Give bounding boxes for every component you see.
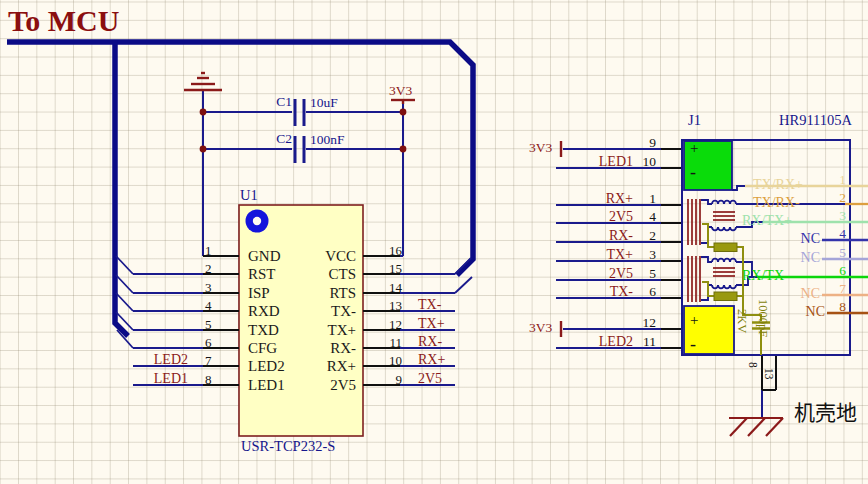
- capacitor-c2[interactable]: [295, 136, 304, 163]
- power-label-3v3-j1a[interactable]: 3V3: [529, 141, 552, 155]
- j1-pin-num-11: 11: [616, 335, 656, 349]
- j1-label-nc-5[interactable]: NC: [790, 251, 820, 266]
- u1-pin-name-2v5: 2V5: [300, 378, 356, 394]
- j1-pin-num-12: 12: [616, 316, 656, 330]
- power-bar-3v3-top[interactable]: [391, 100, 415, 104]
- net-label-2v5[interactable]: 2V5: [418, 372, 442, 387]
- j1-label-rxtx-plus[interactable]: RX/TX+: [742, 214, 792, 229]
- j1-pin-num-10: 10: [616, 155, 656, 169]
- j1-resistor-1: [714, 243, 737, 252]
- u1-pin-name-rst: RST: [248, 267, 276, 283]
- j1-pin-num-4: 4: [616, 210, 656, 224]
- u1-pin-num-7: 7: [205, 354, 212, 368]
- j1-rj45-num-5: 5: [816, 246, 846, 260]
- u1-pin-name-gnd: GND: [248, 249, 281, 265]
- chassis-ground-label: 机壳地: [794, 402, 857, 424]
- j1-label-txrx-plus[interactable]: TX/RX+: [753, 178, 803, 193]
- wires[interactable]: [133, 90, 762, 417]
- net-label-tx-minus[interactable]: TX-: [418, 298, 441, 313]
- u1-pin-name-led1: LED1: [248, 378, 285, 394]
- j1-rj45-num-7: 7: [816, 282, 846, 296]
- u1-pin-num-15: 15: [368, 262, 402, 276]
- u1-pin-num-5: 5: [205, 318, 212, 332]
- capacitor-c1[interactable]: [295, 99, 304, 126]
- j1-label-rxtx-minus[interactable]: RX/TX-: [742, 269, 789, 284]
- j1-pin-num-3: 3: [616, 248, 656, 262]
- net-label-led1[interactable]: LED1: [148, 372, 188, 387]
- green-led-plus: +: [690, 141, 698, 157]
- j1-pin-num-2: 2: [616, 229, 656, 243]
- u1-pin-num-14: 14: [368, 281, 402, 295]
- u1-pin-num-9: 9: [368, 373, 402, 387]
- u1-pin-name-txm: TX-: [300, 304, 356, 320]
- j1-label-txrx-minus[interactable]: TX/RX-: [753, 196, 800, 211]
- j1-pin-num-9: 9: [616, 136, 656, 150]
- u1-pin-num-12: 12: [368, 318, 402, 332]
- chassis-ground-symbol[interactable]: [729, 418, 783, 436]
- j1-label-nc-7[interactable]: NC: [790, 287, 820, 302]
- u1-pin-num-10: 10: [368, 354, 402, 368]
- j1-comment[interactable]: HR911105A: [779, 113, 852, 128]
- j1-shield-pin-a: 8: [747, 362, 759, 368]
- u1-pin-num-8: 8: [205, 373, 212, 387]
- j1-rj45-num-6: 6: [816, 264, 846, 278]
- j1-pin-num-6: 6: [616, 285, 656, 299]
- j1-designator[interactable]: J1: [688, 113, 701, 128]
- u1-pin-num-16: 16: [368, 244, 402, 258]
- net-label-rx-minus[interactable]: RX-: [418, 335, 442, 350]
- u1-pin-name-rxm: RX-: [300, 341, 356, 357]
- hv-cap-value[interactable]: 1000pF: [756, 299, 769, 337]
- u1-pin-name-led2: LED2: [248, 359, 285, 375]
- j1-resistor-2: [714, 292, 737, 301]
- u1-pin-name-txp: TX+: [300, 323, 356, 339]
- u1-pin-name-txd: TXD: [248, 323, 279, 339]
- c2-designator[interactable]: C2: [268, 132, 292, 146]
- net-label-tx-plus[interactable]: TX+: [418, 317, 445, 332]
- net-label-rx-plus[interactable]: RX+: [418, 353, 445, 368]
- u1-pin-name-rxp: RX+: [300, 359, 356, 375]
- u1-pin-num-13: 13: [368, 299, 402, 313]
- hv-cap-rating[interactable]: 2KV: [735, 309, 748, 333]
- earth-ground-symbol[interactable]: [184, 73, 222, 90]
- power-label-3v3-j1b[interactable]: 3V3: [529, 321, 552, 335]
- j1-shield-pin-b: 13: [763, 368, 775, 380]
- j1-label-nc-8[interactable]: NC: [795, 305, 825, 320]
- u1-component-body[interactable]: [239, 205, 363, 436]
- yellow-led-minus: -: [690, 335, 696, 354]
- net-label-led2[interactable]: LED2: [148, 353, 188, 368]
- power-label-3v3-top[interactable]: 3V3: [389, 84, 412, 98]
- u1-pin-num-1: 1: [205, 244, 212, 258]
- schematic-graphics: [0, 0, 868, 484]
- j1-rj45-num-4: 4: [816, 227, 846, 241]
- u1-pin-name-cts: CTS: [300, 267, 356, 283]
- u1-designator[interactable]: U1: [240, 188, 258, 203]
- u1-pin-name-isp: ISP: [248, 286, 270, 302]
- c1-designator[interactable]: C1: [268, 95, 292, 109]
- j1-pin-num-5: 5: [616, 267, 656, 281]
- schematic-canvas[interactable]: To MCU U1 USR-TCP232-S GND RST ISP RXD T…: [0, 0, 868, 484]
- c2-value[interactable]: 100nF: [310, 133, 345, 147]
- u1-pin-num-3: 3: [205, 281, 212, 295]
- yellow-led-plus: +: [690, 313, 698, 329]
- u1-pin-num-11: 11: [368, 336, 402, 350]
- green-led-minus: -: [690, 163, 696, 182]
- u1-pin-num-6: 6: [205, 336, 212, 350]
- u1-pin-num-4: 4: [205, 299, 212, 313]
- j1-rj45-num-2: 2: [816, 191, 846, 205]
- u1-pin-name-vcc: VCC: [300, 249, 356, 265]
- sheet-title: To MCU: [8, 5, 119, 37]
- u1-pin-name-rxd: RXD: [248, 304, 280, 320]
- j1-rj45-num-1: 1: [816, 173, 846, 187]
- j1-label-nc-4[interactable]: NC: [790, 232, 820, 247]
- u1-donut-hole: [253, 217, 261, 225]
- u1-pin-name-rts: RTS: [300, 286, 356, 302]
- c1-value[interactable]: 10uF: [310, 96, 338, 110]
- j1-rj45-num-3: 3: [816, 209, 846, 223]
- j1-pin-num-1: 1: [616, 192, 656, 206]
- u1-comment[interactable]: USR-TCP232-S: [241, 439, 335, 454]
- u1-pin-num-2: 2: [205, 262, 212, 276]
- u1-pin-name-cfg: CFG: [248, 341, 277, 357]
